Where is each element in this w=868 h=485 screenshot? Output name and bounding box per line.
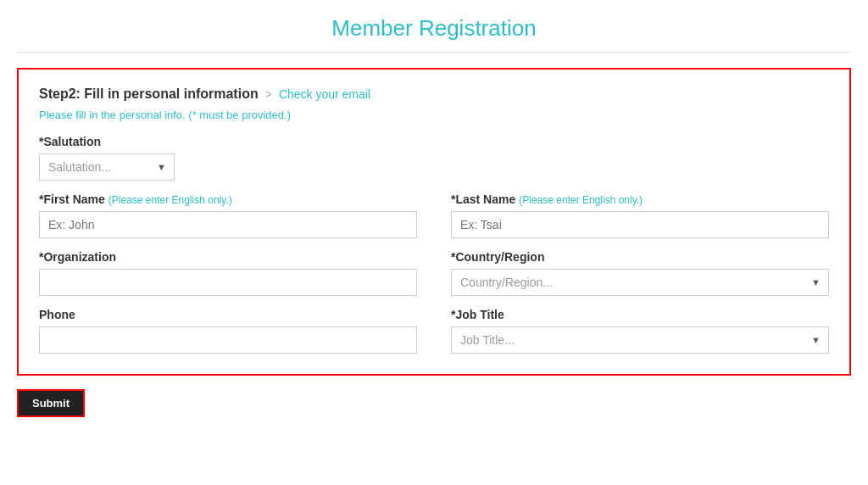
phone-job-row: Phone *Job Title Job Title... Engineer M…: [39, 308, 829, 354]
job-title-col: *Job Title Job Title... Engineer Manager…: [451, 308, 829, 354]
country-label: *Country/Region: [451, 250, 829, 264]
page-title: Member Registration: [17, 15, 851, 42]
job-title-label: *Job Title: [451, 308, 829, 321]
first-name-input[interactable]: [39, 211, 417, 238]
salutation-select[interactable]: Salutation... Mr. Mrs. Ms. Dr. Prof.: [39, 153, 175, 181]
name-row: *First Name(Please enter English only.) …: [39, 192, 829, 238]
page-wrapper: Member Registration Step2: Fill in perso…: [0, 0, 868, 434]
job-title-select[interactable]: Job Title... Engineer Manager Director V…: [451, 326, 829, 354]
salutation-label: *Salutation: [39, 135, 829, 148]
step-current: Step2: Fill in personal information: [39, 86, 259, 102]
job-title-wrapper: Job Title... Engineer Manager Director V…: [451, 326, 829, 354]
last-name-input[interactable]: [451, 211, 829, 238]
last-name-label: *Last Name(Please enter English only.): [451, 192, 829, 206]
form-subtitle: Please fill in the personal info. (* mus…: [39, 109, 829, 121]
step-header: Step2: Fill in personal information > Ch…: [39, 86, 829, 102]
organization-label: *Organization: [39, 250, 417, 264]
organization-col: *Organization: [39, 250, 417, 296]
country-select[interactable]: Country/Region... United States China Ja…: [451, 269, 829, 296]
phone-input[interactable]: [39, 326, 417, 354]
page-header: Member Registration: [17, 0, 851, 53]
first-name-col: *First Name(Please enter English only.): [39, 192, 417, 238]
country-wrapper: Country/Region... United States China Ja…: [451, 269, 829, 296]
form-container: Step2: Fill in personal information > Ch…: [17, 68, 851, 376]
step-separator: >: [265, 87, 272, 101]
org-country-row: *Organization *Country/Region Country/Re…: [39, 250, 829, 296]
salutation-section: *Salutation Salutation... Mr. Mrs. Ms. D…: [39, 135, 829, 181]
phone-label: Phone: [39, 308, 417, 321]
phone-col: Phone: [39, 308, 417, 354]
submit-button[interactable]: Submit: [17, 389, 85, 417]
first-name-label: *First Name(Please enter English only.): [39, 192, 417, 206]
organization-input[interactable]: [39, 269, 417, 296]
step-next: Check your email: [279, 87, 370, 101]
salutation-wrapper: Salutation... Mr. Mrs. Ms. Dr. Prof.: [39, 153, 175, 181]
country-col: *Country/Region Country/Region... United…: [451, 250, 829, 296]
last-name-col: *Last Name(Please enter English only.): [451, 192, 829, 238]
